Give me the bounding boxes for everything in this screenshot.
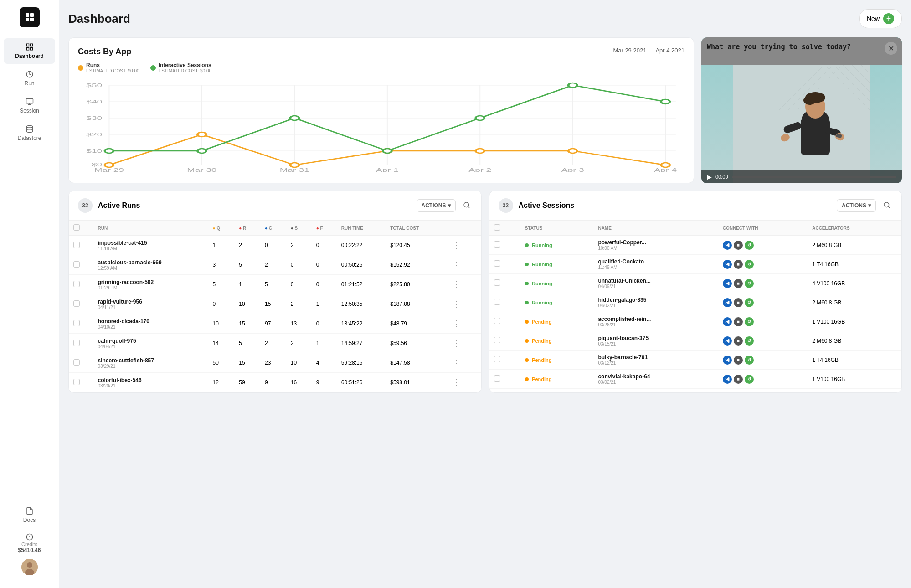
svg-text:$10: $10 — [86, 148, 102, 154]
sidebar-item-datastore[interactable]: Datastore — [4, 120, 55, 146]
sessions-select-all[interactable] — [494, 224, 500, 231]
run-time: 59:28:16 — [337, 353, 386, 373]
run-c: 2 — [260, 334, 286, 353]
page-title: Dashboard — [68, 12, 130, 26]
run-checkbox[interactable] — [73, 261, 80, 268]
session-checkbox[interactable] — [494, 337, 500, 343]
run-checkbox[interactable] — [73, 300, 80, 307]
run-cost: $59.56 — [386, 334, 445, 353]
run-checkbox[interactable] — [73, 320, 80, 326]
refresh-icon[interactable]: ↺ — [745, 279, 754, 288]
stop-icon[interactable]: ■ — [734, 241, 743, 250]
svg-point-72 — [803, 96, 816, 105]
stop-icon[interactable]: ■ — [734, 317, 743, 326]
video-progress-bar[interactable] — [732, 176, 896, 178]
run-s: 2 — [286, 334, 312, 353]
sidebar-item-run[interactable]: Run — [4, 66, 55, 91]
refresh-icon[interactable]: ↺ — [745, 317, 754, 326]
vscode-icon[interactable] — [723, 260, 732, 269]
run-more-button[interactable]: ⋮ — [450, 337, 463, 349]
run-more-button[interactable]: ⋮ — [450, 239, 463, 251]
user-avatar[interactable] — [21, 559, 38, 575]
run-more-button[interactable]: ⋮ — [450, 377, 463, 388]
active-runs-card: 32 Active Runs ACTIONS ▾ RUN ● — [68, 191, 482, 393]
logo-icon — [24, 12, 35, 23]
sidebar-item-dashboard[interactable]: Dashboard — [4, 38, 55, 64]
run-date: 04/10/21 — [98, 325, 204, 330]
video-time: 00:00 — [715, 174, 728, 180]
refresh-icon[interactable]: ↺ — [745, 260, 754, 269]
session-name: powerful-Copper... — [598, 239, 713, 246]
vscode-icon[interactable] — [723, 375, 732, 384]
run-c: 15 — [260, 294, 286, 314]
session-checkbox[interactable] — [494, 356, 500, 362]
vscode-icon[interactable] — [723, 279, 732, 288]
refresh-icon[interactable]: ↺ — [745, 336, 754, 346]
run-time: 00:22:22 — [337, 236, 386, 255]
runs-select-all[interactable] — [73, 224, 80, 231]
refresh-icon[interactable]: ↺ — [745, 298, 754, 307]
status-badge: Running — [532, 262, 552, 267]
col-r: ● R — [234, 221, 260, 236]
session-checkbox[interactable] — [494, 318, 500, 324]
video-close-button[interactable]: ✕ — [885, 42, 897, 55]
svg-point-80 — [884, 202, 889, 207]
session-date: 04/09/21 — [598, 284, 713, 289]
vscode-icon[interactable] — [723, 298, 732, 307]
sidebar-item-session[interactable]: Session — [4, 93, 55, 119]
session-checkbox[interactable] — [494, 260, 500, 267]
refresh-icon[interactable]: ↺ — [745, 356, 754, 365]
svg-rect-5 — [30, 44, 32, 46]
vscode-icon[interactable] — [723, 317, 732, 326]
session-checkbox[interactable] — [494, 279, 500, 286]
sidebar-item-docs[interactable]: Docs — [20, 502, 39, 528]
run-checkbox[interactable] — [73, 359, 80, 366]
session-checkbox[interactable] — [494, 375, 500, 382]
refresh-icon[interactable]: ↺ — [745, 241, 754, 250]
session-date: 04/02/21 — [598, 303, 713, 308]
run-s: 2 — [286, 236, 312, 255]
play-icon[interactable]: ▶ — [707, 173, 712, 181]
run-checkbox[interactable] — [73, 340, 80, 346]
table-row: honored-cicada-170 04/10/21 10 15 97 13 … — [69, 314, 481, 334]
stop-icon[interactable]: ■ — [734, 298, 743, 307]
svg-line-79 — [468, 206, 469, 208]
stop-icon[interactable]: ■ — [734, 279, 743, 288]
stop-icon[interactable]: ■ — [734, 375, 743, 384]
sidebar-nav: Dashboard Run Session Datastore — [0, 38, 59, 502]
run-more-button[interactable]: ⋮ — [450, 357, 463, 369]
run-date: 12:59 AM — [98, 266, 204, 271]
session-checkbox[interactable] — [494, 241, 500, 248]
run-more-button[interactable]: ⋮ — [450, 298, 463, 310]
legend-sub-interactive: ESTIMATED COST: $0:00 — [159, 68, 212, 73]
run-more-button[interactable]: ⋮ — [450, 279, 463, 290]
vscode-icon[interactable] — [723, 241, 732, 250]
vscode-icon[interactable] — [723, 356, 732, 365]
run-more-button[interactable]: ⋮ — [450, 259, 463, 271]
runs-actions-button[interactable]: ACTIONS ▾ — [417, 199, 456, 212]
session-name: qualified-Cockato... — [598, 258, 713, 265]
legend-interactive: Interactive Sessions ESTIMATED COST: $0:… — [150, 62, 212, 73]
stop-icon[interactable]: ■ — [734, 356, 743, 365]
run-r: 15 — [234, 353, 260, 373]
run-checkbox[interactable] — [73, 281, 80, 287]
col-name: NAME — [593, 221, 718, 236]
run-cost: $152.92 — [386, 255, 445, 275]
stop-icon[interactable]: ■ — [734, 336, 743, 346]
session-checkbox[interactable] — [494, 299, 500, 305]
svg-rect-3 — [30, 18, 34, 21]
session-accelerators: 4 V100 16GB — [808, 274, 901, 293]
new-button[interactable]: New + — [859, 9, 902, 28]
runs-search-button[interactable] — [461, 200, 472, 212]
sessions-actions-button[interactable]: ACTIONS ▾ — [837, 199, 876, 212]
col-connect: CONNECT WITH — [718, 221, 808, 236]
svg-point-78 — [464, 202, 469, 207]
runs-actions-chevron: ▾ — [448, 202, 451, 209]
sessions-search-button[interactable] — [881, 200, 892, 212]
run-checkbox[interactable] — [73, 379, 80, 385]
vscode-icon[interactable] — [723, 336, 732, 346]
run-checkbox[interactable] — [73, 242, 80, 248]
run-more-button[interactable]: ⋮ — [450, 318, 463, 330]
stop-icon[interactable]: ■ — [734, 260, 743, 269]
refresh-icon[interactable]: ↺ — [745, 375, 754, 384]
